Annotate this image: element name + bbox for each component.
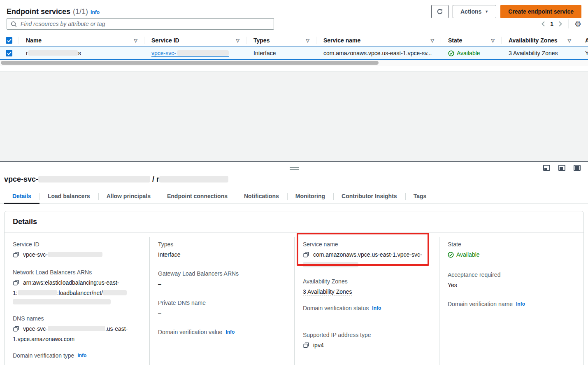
panel-size-medium-icon[interactable]	[558, 165, 565, 171]
details-card: Details Service ID vpce-svc-	[4, 211, 584, 365]
row-service-name-cell: com.amazonaws.vpce.us-east-1.vpce-sv...	[316, 50, 441, 56]
column-header-service-id[interactable]: Service ID ▽	[144, 35, 246, 46]
sort-icon[interactable]: ▽	[431, 38, 441, 43]
status-available-icon	[448, 252, 454, 258]
sort-icon[interactable]: ▽	[568, 38, 578, 43]
details-column-3: Service name com.amazonaws.vpce.us-east-…	[294, 237, 439, 365]
availability-zones-tooltip-link[interactable]: 3 Availability Zones	[303, 288, 352, 295]
sort-icon[interactable]: ▽	[491, 38, 501, 43]
check-icon	[7, 39, 12, 42]
column-header-name[interactable]: Name ▽	[19, 35, 144, 46]
row-checkbox[interactable]	[6, 50, 12, 56]
page-title: Endpoint services (1/1) Info	[7, 7, 100, 16]
service-id-link[interactable]: vpce-svc-	[151, 50, 229, 57]
next-page-button[interactable]	[558, 21, 562, 27]
tab-details[interactable]: Details	[4, 190, 40, 204]
redacted-text	[177, 50, 229, 56]
previous-page-button[interactable]	[541, 21, 545, 27]
page-title-text: Endpoint services	[7, 7, 70, 16]
details-column-2: Types Interface Gateway Load Balancers A…	[149, 237, 294, 365]
panel-size-large-icon[interactable]	[574, 165, 581, 171]
split-panel-drag-handle[interactable]	[290, 167, 299, 170]
scrollbar-thumb[interactable]	[1, 61, 379, 65]
status-available-icon	[448, 50, 454, 56]
copy-icon[interactable]	[13, 325, 19, 335]
table-empty-area	[0, 71, 588, 161]
column-header-service-name[interactable]: Service name ▽	[316, 35, 441, 46]
status-badge: Available	[456, 250, 480, 259]
field-service-id: Service ID vpce-svc-	[13, 241, 141, 260]
table-row[interactable]: rs vpce-svc- Interface com.amazonaws.vpc…	[0, 47, 588, 60]
search-input[interactable]	[20, 20, 270, 28]
row-select-cell	[0, 50, 19, 56]
horizontal-scrollbar[interactable]	[0, 60, 588, 66]
field-domain-verification-name: Domain verification name Info –	[448, 301, 575, 319]
field-service-name: Service name com.amazonaws.vpce.us-east-…	[303, 241, 431, 269]
field-availability-zones: Availability Zones 3 Availability Zones	[303, 278, 431, 296]
sort-icon[interactable]: ▽	[306, 38, 316, 43]
details-column-4: State Available Acceptance required	[439, 237, 583, 365]
actions-button[interactable]: Actions ▼	[453, 5, 496, 18]
redacted-text	[18, 290, 57, 295]
copy-icon[interactable]	[303, 342, 309, 351]
title-info-link[interactable]: Info	[91, 9, 100, 15]
details-column-1: Service ID vpce-svc- Network Load Balanc…	[5, 237, 149, 365]
row-state-cell: Available	[441, 50, 501, 56]
tab-notifications[interactable]: Notifications	[236, 190, 287, 204]
info-link[interactable]: Info	[77, 353, 86, 358]
endpoint-services-table: Name ▽ Service ID ▽ Types ▽ Service name…	[0, 35, 588, 71]
sort-icon[interactable]: ▽	[134, 38, 144, 43]
create-endpoint-service-button[interactable]: Create endpoint service	[500, 5, 581, 18]
column-header-types[interactable]: Types ▽	[246, 35, 316, 46]
chevron-left-icon	[541, 21, 545, 27]
tab-tags[interactable]: Tags	[405, 190, 435, 204]
redacted-text	[28, 50, 78, 56]
tab-allow-principals[interactable]: Allow principals	[98, 190, 159, 204]
split-panel: vpce-svc- / r Details Load balancers All…	[0, 161, 588, 365]
pagination: 1 ⚙	[541, 19, 581, 28]
redacted-text	[159, 176, 228, 182]
tab-monitoring[interactable]: Monitoring	[287, 190, 333, 204]
redacted-text	[48, 326, 105, 331]
field-private-dns-name: Private DNS name –	[158, 299, 286, 318]
field-gateway-lb-arns: Gateway Load Balancers ARNs –	[158, 270, 286, 288]
availability-zones-tooltip-link[interactable]: 3 Availability Zones	[509, 50, 558, 56]
column-header-availability-zones[interactable]: Availability Zones ▽	[501, 35, 578, 46]
row-types-cell: Interface	[246, 50, 316, 56]
row-service-id-cell: vpce-svc-	[144, 50, 246, 57]
redacted-text	[13, 299, 111, 304]
panel-size-small-icon[interactable]	[543, 165, 550, 171]
copy-icon[interactable]	[13, 279, 19, 288]
tab-load-balancers[interactable]: Load balancers	[40, 190, 98, 204]
pagination-divider	[568, 19, 569, 28]
caret-down-icon: ▼	[485, 9, 488, 14]
info-link[interactable]: Info	[372, 305, 381, 311]
info-link[interactable]: Info	[225, 329, 235, 335]
row-name-cell: rs	[19, 50, 144, 56]
copy-icon[interactable]	[303, 251, 309, 260]
select-all-checkbox[interactable]	[6, 37, 12, 44]
field-domain-verification-value: Domain verification value Info –	[158, 329, 286, 347]
field-supported-ip: Supported IP address type ipv4	[303, 332, 431, 351]
status-badge: Available	[457, 50, 480, 56]
redacted-text	[103, 290, 127, 295]
info-link[interactable]: Info	[516, 301, 525, 307]
field-state: State Available	[448, 241, 575, 260]
refresh-button[interactable]	[431, 5, 449, 18]
field-domain-verification-type: Domain verification type Info –	[13, 352, 141, 365]
sort-icon[interactable]: ▽	[236, 38, 246, 43]
table-settings-gear-icon[interactable]: ⚙	[574, 20, 581, 28]
column-header-state[interactable]: State ▽	[441, 35, 501, 46]
column-header-acceptance[interactable]: A	[578, 35, 588, 46]
current-page-number[interactable]: 1	[549, 21, 554, 27]
row-acceptance-cell: Y	[578, 50, 588, 56]
field-dns-names: DNS names vpce-svc-.us-east- 1.vpce.amaz…	[13, 315, 141, 344]
chevron-right-icon	[558, 21, 562, 27]
field-types: Types Interface	[158, 241, 286, 259]
search-box[interactable]	[7, 18, 274, 30]
tab-contributor-insights[interactable]: Contributor Insights	[333, 190, 405, 204]
field-nlb-arns: Network Load Balancers ARNs arn:aws:elas…	[13, 269, 141, 307]
field-domain-verification-status: Domain verification status Info –	[303, 305, 431, 323]
tab-endpoint-connections[interactable]: Endpoint connections	[159, 190, 236, 204]
copy-icon[interactable]	[13, 251, 19, 260]
